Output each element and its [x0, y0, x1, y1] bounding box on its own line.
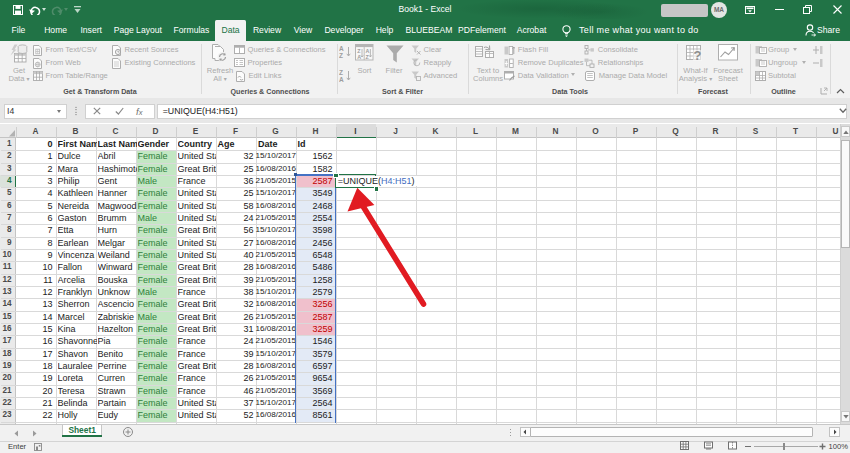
svg-text:A: A [357, 54, 361, 60]
svg-text:Z: Z [339, 52, 343, 58]
svg-text:?: ? [694, 48, 702, 63]
svg-text:A: A [339, 76, 344, 82]
svg-text:A: A [339, 45, 344, 52]
